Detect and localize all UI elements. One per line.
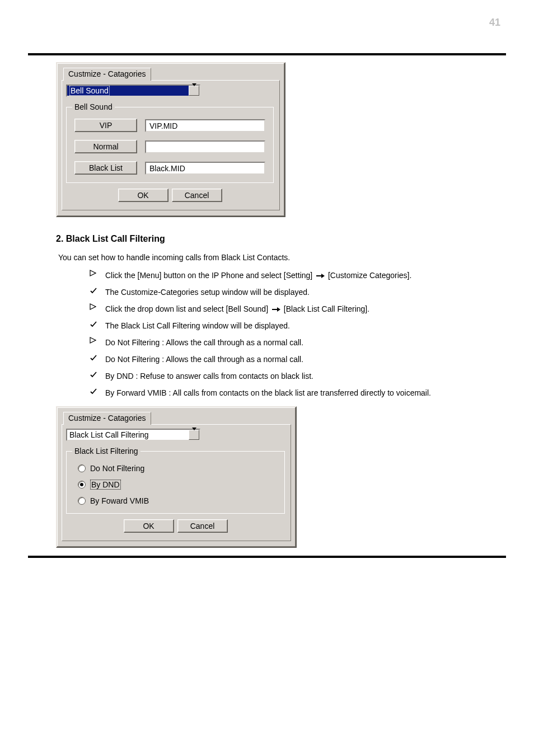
- fieldset-blacklist-filtering: Black List Filtering Do Not Filtering By…: [66, 451, 285, 514]
- blacklist-button[interactable]: Black List: [74, 161, 137, 175]
- combo-button[interactable]: [189, 430, 199, 440]
- step-2-pre: Click the drop down list and select [Bel…: [105, 304, 270, 313]
- check-icon: [90, 287, 100, 294]
- arrow-right-icon: [271, 304, 283, 313]
- categories-combo[interactable]: Black List Call Filtering: [66, 429, 200, 441]
- option-desc-1: Do Not Filtering : Allows the call throu…: [90, 354, 481, 365]
- step-1-pre: Click the [Menu] button on the IP Phone …: [105, 271, 315, 280]
- ok-button[interactable]: OK: [124, 519, 174, 533]
- combo-value: Bell Sound: [69, 86, 110, 96]
- radio-label: Do Not Filtering: [90, 464, 144, 473]
- cancel-button[interactable]: Cancel: [172, 189, 222, 202]
- radio-icon: [78, 497, 86, 505]
- option-desc-1-text: Do Not Filtering : Allows the call throu…: [105, 354, 481, 365]
- radio-icon: [78, 464, 86, 472]
- tab-customize-categories[interactable]: Custmize - Catagories: [63, 412, 151, 425]
- triangle-bullet-icon: [90, 303, 100, 310]
- fieldset-bell-sound: Bell Sound VIP VIP.MID Normal Black List…: [66, 107, 274, 183]
- radio-by-forward-vmib[interactable]: By Foward VMIB: [78, 496, 277, 505]
- step-3: Do Not Filtering : Allows the call throu…: [90, 337, 481, 348]
- option-desc-3-text: By Forward VMIB : All calls from contact…: [105, 387, 481, 398]
- radio-by-dnd[interactable]: By DND: [78, 480, 277, 490]
- chevron-down-icon: [192, 86, 196, 95]
- radio-label: By Foward VMIB: [90, 496, 149, 505]
- tab-label: Custmize - Catagories: [68, 69, 146, 78]
- ok-button[interactable]: OK: [118, 189, 168, 202]
- divider-top: [28, 53, 506, 55]
- blacklist-value-field[interactable]: Black.MID: [145, 162, 265, 175]
- fieldset-legend: Bell Sound: [72, 102, 115, 111]
- vip-value-field[interactable]: VIP.MID: [145, 119, 265, 132]
- section-title: 2. Black List Call Filtering: [56, 234, 481, 244]
- normal-button[interactable]: Normal: [74, 140, 137, 153]
- normal-value-field[interactable]: [145, 140, 265, 153]
- vip-button[interactable]: VIP: [74, 119, 137, 132]
- result-1-text: The Customize-Categories setup window wi…: [105, 287, 481, 298]
- step-1-post: [Customize Categories].: [328, 271, 411, 280]
- option-desc-3: By Forward VMIB : All calls from contact…: [90, 387, 481, 398]
- result-2-text: The Black List Call Filtering window wil…: [105, 320, 481, 331]
- tab-customize-categories[interactable]: Custmize - Catagories: [63, 68, 151, 81]
- triangle-bullet-icon: [90, 337, 100, 344]
- categories-combo[interactable]: Bell Sound: [66, 84, 200, 97]
- dialog-blacklist-filtering: Custmize - Catagories Black List Call Fi…: [56, 406, 297, 548]
- step-2: Click the drop down list and select [Bel…: [90, 303, 481, 314]
- combo-value: Black List Call Filtering: [69, 430, 149, 439]
- section-intro: You can set how to handle incoming calls…: [58, 253, 481, 262]
- check-icon: [90, 354, 100, 361]
- svg-marker-0: [90, 270, 96, 276]
- cancel-button[interactable]: Cancel: [177, 519, 228, 533]
- triangle-bullet-icon: [90, 270, 100, 276]
- option-desc-2-text: By DND : Refuse to answer calls from con…: [105, 370, 481, 382]
- result-1: The Customize-Categories setup window wi…: [90, 287, 481, 298]
- option-desc-2: By DND : Refuse to answer calls from con…: [90, 370, 481, 382]
- step-3-text: Do Not Filtering : Allows the call throu…: [105, 337, 481, 348]
- step-2-post: [Black List Call Filtering].: [284, 304, 369, 313]
- result-2: The Black List Call Filtering window wil…: [90, 320, 481, 331]
- page-number: 41: [489, 17, 500, 29]
- step-1: Click the [Menu] button on the IP Phone …: [90, 270, 481, 281]
- svg-marker-6: [90, 337, 96, 343]
- check-icon: [90, 320, 100, 328]
- radio-label: By DND: [90, 480, 121, 490]
- dialog-bell-sound: Custmize - Catagories Bell Sound Bell So…: [56, 62, 285, 217]
- fieldset-legend: Black List Filtering: [72, 447, 140, 456]
- svg-marker-3: [90, 304, 96, 309]
- svg-marker-2: [321, 274, 325, 278]
- tab-label: Custmize - Catagories: [68, 414, 146, 422]
- radio-do-not-filtering[interactable]: Do Not Filtering: [78, 464, 277, 473]
- check-icon: [90, 370, 100, 378]
- chevron-down-icon: [192, 430, 196, 439]
- combo-button[interactable]: [189, 86, 199, 96]
- radio-icon: [78, 481, 86, 489]
- divider-bottom: [28, 556, 506, 558]
- instructions-section: 2. Black List Call Filtering You can set…: [56, 234, 481, 398]
- svg-marker-5: [277, 307, 280, 312]
- check-icon: [90, 387, 100, 395]
- arrow-right-icon: [316, 271, 327, 280]
